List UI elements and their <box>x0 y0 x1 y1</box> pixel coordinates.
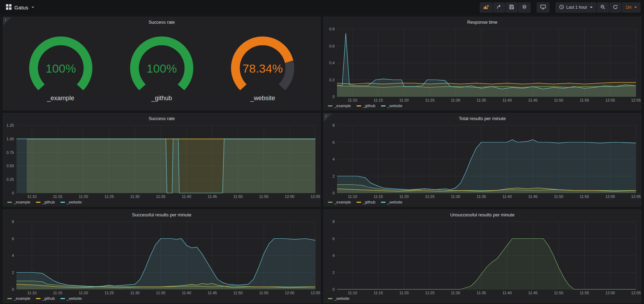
legend-item-_example[interactable]: _example <box>328 104 351 108</box>
legend-label: _github <box>42 200 55 204</box>
legend-item-_website[interactable]: _website <box>328 296 349 301</box>
legend-item-_github[interactable]: _github <box>357 200 375 204</box>
panel-title[interactable]: Response time <box>324 17 641 26</box>
chart-canvas[interactable]: 0246811:1011:1511:2011:2511:3011:3511:40… <box>324 219 641 296</box>
legend-item-_github[interactable]: _github <box>357 104 375 108</box>
panel-title[interactable]: Success rate <box>3 113 320 123</box>
y-tick-label: 4 <box>12 253 14 258</box>
legend-color-icon <box>328 298 332 299</box>
x-tick-label: 11:20 <box>400 291 409 295</box>
time-range-label: Last 1 hour <box>566 5 587 10</box>
legend-label: _github <box>363 200 375 204</box>
x-tick-label: 11:15 <box>53 291 63 295</box>
legend-item-_example[interactable]: _example <box>7 200 30 204</box>
dashboard-title-dropdown[interactable]: Gatus <box>3 2 36 13</box>
x-tick-label: 11:15 <box>374 194 383 199</box>
chart-canvas[interactable]: 0246811:1011:1511:2011:2511:3011:3511:40… <box>324 123 641 199</box>
x-tick-label: 11:15 <box>374 98 383 102</box>
legend-item-_github[interactable]: _github <box>36 200 55 204</box>
panel-info-corner[interactable]: i <box>3 17 12 25</box>
chart-area[interactable]: 0246811:1011:1511:2011:2511:3011:3511:40… <box>3 219 320 296</box>
x-tick-label: 12:00 <box>285 194 294 199</box>
share-icon <box>497 5 502 10</box>
x-tick-label: 12:05 <box>631 98 641 102</box>
x-tick-label: 11:45 <box>207 194 217 199</box>
time-picker-button[interactable]: Last 1 hour <box>556 2 596 13</box>
dashboard-grid: i Success rate 100%_example100%_github78… <box>0 15 644 304</box>
chart-canvas[interactable]: 00.20.40.60.811:1011:1511:2011:2511:3011… <box>324 26 641 103</box>
x-tick-label: 11:35 <box>156 194 166 199</box>
legend-color-icon <box>36 202 41 203</box>
panel-title[interactable]: Total results per minute <box>324 113 641 123</box>
legend-item-_website[interactable]: _website <box>60 200 82 204</box>
x-tick-label: 11:50 <box>554 98 563 102</box>
panel-title[interactable]: Successful results per minute <box>3 210 320 219</box>
legend-item-_example[interactable]: _example <box>328 200 351 204</box>
gauge-_website: 78.34%_website <box>221 35 305 102</box>
x-tick-label: 11:20 <box>79 194 88 199</box>
legend-color-icon <box>328 105 332 106</box>
bar-chart-plus-icon <box>483 5 489 10</box>
legend-label: _website <box>67 200 82 204</box>
x-tick-label: 12:05 <box>310 291 320 295</box>
x-tick-label: 11:30 <box>130 291 140 295</box>
legend: _example_github_website <box>3 296 320 303</box>
chart-area[interactable]: 00.250.500.751.001.2511:1011:1511:2011:2… <box>3 123 320 199</box>
chevron-down-icon <box>31 7 34 8</box>
gauge-_github: 100%_github <box>120 35 204 102</box>
legend-item-_website[interactable]: _website <box>60 296 82 301</box>
x-tick-label: 11:30 <box>451 98 460 102</box>
x-tick-label: 11:10 <box>348 194 357 199</box>
x-tick-label: 11:45 <box>528 291 537 295</box>
cycle-view-button[interactable] <box>537 2 549 13</box>
y-tick-label: 8 <box>12 220 14 224</box>
y-tick-label: 0 <box>332 287 335 291</box>
chart-canvas[interactable]: 00.250.500.751.001.2511:1011:1511:2011:2… <box>3 123 320 199</box>
refresh-icon <box>613 5 618 10</box>
refresh-button[interactable] <box>609 2 621 13</box>
series-area-_website <box>337 239 636 290</box>
x-tick-label: 11:40 <box>503 98 512 102</box>
settings-button[interactable] <box>518 2 530 13</box>
refresh-interval-dropdown[interactable]: 1m <box>622 2 641 13</box>
panel-info-corner[interactable]: i <box>324 113 332 122</box>
x-tick-label: 12:05 <box>631 194 641 199</box>
legend-color-icon <box>7 298 12 299</box>
y-tick-label: 8 <box>332 220 335 224</box>
gauge-track <box>282 61 290 87</box>
y-tick-label: 4 <box>332 253 335 258</box>
gauge-canvas: 78.34% <box>221 35 305 93</box>
gauge-label: _github <box>151 95 172 102</box>
panel-response-time: Response time 00.20.40.60.811:1011:1511:… <box>323 17 641 110</box>
chart-area[interactable]: 00.20.40.60.811:1011:1511:2011:2511:3011… <box>324 26 641 103</box>
x-tick-label: 11:25 <box>104 291 114 295</box>
panel-title[interactable]: Unsuccessful results per minute <box>324 210 641 219</box>
panel-title[interactable]: Success rate <box>3 17 320 26</box>
x-tick-label: 11:30 <box>451 194 460 199</box>
gauge-canvas: 100% <box>120 35 204 93</box>
x-tick-label: 11:10 <box>348 98 357 102</box>
x-tick-label: 11:50 <box>233 291 243 295</box>
series-area-_website <box>16 239 315 290</box>
x-tick-label: 11:35 <box>156 291 166 295</box>
chart-area[interactable]: 0246811:1011:1511:2011:2511:3011:3511:40… <box>324 219 641 296</box>
x-tick-label: 11:25 <box>104 194 114 199</box>
x-tick-label: 11:55 <box>259 194 269 199</box>
x-tick-label: 11:20 <box>79 291 88 295</box>
save-button[interactable] <box>506 2 518 13</box>
x-tick-label: 12:00 <box>605 98 615 102</box>
y-tick-label: 0.75 <box>7 150 14 155</box>
legend-item-_website[interactable]: _website <box>381 104 402 108</box>
panel-unsuccessful-results-per-minute: Unsuccessful results per minute 0246811:… <box>323 209 641 303</box>
share-button[interactable] <box>493 2 505 13</box>
chart-canvas[interactable]: 0246811:1011:1511:2011:2511:3011:3511:40… <box>3 219 320 296</box>
legend-item-_example[interactable]: _example <box>7 296 30 301</box>
x-tick-label: 12:00 <box>605 194 615 199</box>
chart-area[interactable]: 0246811:1011:1511:2011:2511:3011:3511:40… <box>324 123 641 199</box>
legend-item-_website[interactable]: _website <box>381 200 402 204</box>
zoom-out-button[interactable] <box>597 2 609 13</box>
gauge-canvas: 100% <box>19 35 103 93</box>
add-panel-button[interactable] <box>480 2 492 13</box>
legend-label: _website <box>387 104 402 108</box>
legend-item-_github[interactable]: _github <box>36 296 55 301</box>
